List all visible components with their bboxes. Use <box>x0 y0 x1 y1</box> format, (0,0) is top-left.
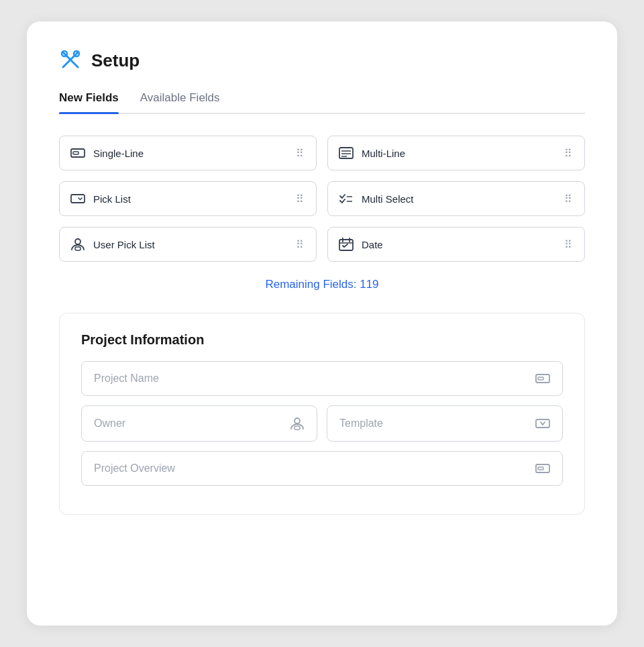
tab-new-fields[interactable]: New Fields <box>59 91 119 113</box>
drag-handle: ⠿ <box>564 193 574 205</box>
drag-handle: ⠿ <box>564 147 574 160</box>
date-icon <box>339 237 354 252</box>
field-date-label: Date <box>362 239 383 250</box>
pick-list-field-icon <box>535 417 550 430</box>
setup-card: Setup New Fields Available Fields Single… <box>27 21 617 626</box>
single-line-icon <box>70 146 85 160</box>
tabs-container: New Fields Available Fields <box>59 91 585 114</box>
section-title: Project Information <box>81 332 563 348</box>
user-pick-list-icon <box>70 237 85 252</box>
template-field[interactable]: Template <box>327 405 563 442</box>
svg-rect-20 <box>538 377 543 380</box>
field-single-line-label: Single-Line <box>93 148 144 159</box>
svg-rect-23 <box>536 419 549 428</box>
field-multi-line[interactable]: Multi-Line ⠿ <box>327 136 585 170</box>
remaining-fields: Remaining Fields: 119 <box>59 278 585 291</box>
project-overview-field[interactable]: Project Overview <box>81 451 563 486</box>
page-title: Setup <box>91 50 140 71</box>
project-name-placeholder: Project Name <box>94 372 159 385</box>
fields-grid: Single-Line ⠿ Multi-Line ⠿ <box>59 136 585 262</box>
header: Setup <box>59 48 585 72</box>
field-date[interactable]: Date ⠿ <box>327 227 585 262</box>
svg-rect-5 <box>73 152 78 154</box>
multi-line-icon <box>339 146 354 160</box>
field-multi-select[interactable]: Multi Select ⠿ <box>327 181 585 216</box>
field-multi-line-label: Multi-Line <box>362 148 405 159</box>
tab-available-fields[interactable]: Available Fields <box>140 91 220 113</box>
user-pick-field-icon <box>290 417 305 430</box>
svg-rect-14 <box>75 247 80 250</box>
pick-list-icon <box>70 191 85 206</box>
field-user-pick-list[interactable]: User Pick List ⠿ <box>59 227 317 262</box>
drag-handle: ⠿ <box>296 238 305 251</box>
overview-field-icon <box>535 462 550 475</box>
wrench-icon <box>59 48 83 72</box>
svg-rect-25 <box>538 467 543 470</box>
svg-point-13 <box>75 239 80 244</box>
svg-rect-10 <box>71 195 85 203</box>
template-placeholder: Template <box>339 417 383 430</box>
svg-rect-22 <box>294 426 300 430</box>
single-line-field-icon <box>535 372 550 385</box>
owner-template-row: Owner Template <box>81 405 563 442</box>
field-pick-list[interactable]: Pick List ⠿ <box>59 181 317 216</box>
drag-handle: ⠿ <box>564 238 574 251</box>
drag-handle: ⠿ <box>296 193 305 205</box>
drag-handle: ⠿ <box>296 147 305 160</box>
multi-select-icon <box>339 191 354 206</box>
project-name-field[interactable]: Project Name <box>81 361 563 396</box>
project-overview-placeholder: Project Overview <box>94 462 175 475</box>
field-user-pick-list-label: User Pick List <box>93 239 155 250</box>
field-single-line[interactable]: Single-Line ⠿ <box>59 136 317 170</box>
field-multi-select-label: Multi Select <box>362 193 414 205</box>
field-pick-list-label: Pick List <box>93 193 131 205</box>
owner-field[interactable]: Owner <box>81 405 317 442</box>
owner-placeholder: Owner <box>94 417 125 430</box>
svg-point-21 <box>294 418 300 424</box>
project-section: Project Information Project Name Owner <box>59 313 585 515</box>
